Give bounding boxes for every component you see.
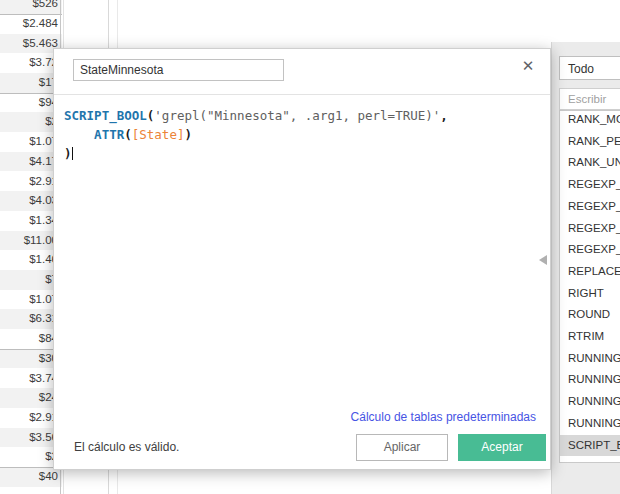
formula-token: [State] (132, 127, 185, 142)
table-cell-value: $94 (0, 93, 58, 113)
table-cell-value: $2.91 (0, 408, 58, 428)
function-list-item[interactable]: RUNNING_MAX (560, 391, 620, 413)
function-list-item[interactable]: RUNNING_COUNT (560, 369, 620, 391)
table-cell-value: $2.484 (0, 14, 58, 34)
formula-token: ( (124, 127, 132, 142)
table-cell-value: $2 (0, 447, 58, 467)
function-search-input[interactable] (559, 88, 620, 110)
function-list-item[interactable]: SCRIPT_BOOL (560, 435, 620, 457)
function-list-item[interactable]: RTRIM (560, 326, 620, 348)
formula-token: , (440, 108, 448, 123)
table-cell-value: $84 (0, 329, 58, 349)
apply-button[interactable]: Aplicar (356, 434, 448, 461)
table-cell-value: $1.07 (0, 290, 58, 310)
tableau-calculation-editor-screen: $526$2.484$5.463$3.72$17$94$2$1.07$4.17$… (0, 0, 620, 494)
text-cursor (72, 147, 73, 160)
accept-button[interactable]: Aceptar (458, 434, 546, 461)
calculation-name-input[interactable] (73, 59, 284, 81)
table-cell-value: $1.46 (0, 250, 58, 270)
function-list-item[interactable]: RUNNING_MIN (560, 413, 620, 435)
table-cell-value: $3.72 (0, 53, 58, 73)
function-list-item[interactable]: REPLACE (560, 261, 620, 283)
function-list[interactable]: RANK_MODIFIEDRANK_PERCENTILERANK_UNIQUER… (559, 110, 620, 463)
table-cell-value: $1.07 (0, 132, 58, 152)
function-category-dropdown[interactable]: Todo (559, 56, 620, 80)
function-list-item[interactable]: RANK_PERCENTILE (560, 131, 620, 153)
collapse-functions-pane-icon[interactable] (539, 255, 547, 265)
function-list-item[interactable]: REGEXP_EXTRACT (560, 174, 620, 196)
formula-token: ) (184, 127, 192, 142)
function-list-item[interactable]: REGEXP_REPLACE (560, 239, 620, 261)
function-list-item[interactable]: REGEXP_EXTRACT_NTH (560, 196, 620, 218)
formula-line: ) (64, 144, 538, 163)
table-cell-value: $2.91 (0, 172, 58, 192)
close-icon[interactable]: ✕ (519, 57, 537, 75)
function-list-item[interactable]: RIGHT (560, 283, 620, 305)
divider (54, 94, 550, 95)
default-table-calculation-link[interactable]: Cálculo de tablas predeterminadas (351, 410, 536, 424)
function-list-item[interactable]: REGEXP_MATCH (560, 218, 620, 240)
function-list-item[interactable]: SCRIPT_INT (560, 456, 620, 463)
formula-line: ATTR([State]) (64, 125, 538, 144)
table-cell-value: $3.74 (0, 369, 58, 389)
formula-editor[interactable]: SCRIPT_BOOL('grepl("Minnesota", .arg1, p… (64, 106, 538, 163)
formula-token (64, 127, 94, 142)
formula-token: ATTR (94, 127, 124, 142)
function-list-item[interactable]: RUNNING_AVG (560, 348, 620, 370)
formula-token: SCRIPT_BOOL (64, 108, 147, 123)
table-cell-value: $1.34 (0, 211, 58, 231)
calculation-editor-dialog: ✕ SCRIPT_BOOL('grepl("Minnesota", .arg1,… (53, 48, 551, 470)
function-list-item[interactable]: RANK_MODIFIED (560, 110, 620, 131)
formula-token: 'grepl("Minnesota", .arg1, perl=TRUE)' (154, 108, 440, 123)
pane-separator (0, 14, 62, 15)
formula-line: SCRIPT_BOOL('grepl("Minnesota", .arg1, p… (64, 106, 538, 125)
function-list-item[interactable]: ROUND (560, 304, 620, 326)
function-list-item[interactable]: RANK_UNIQUE (560, 152, 620, 174)
validation-status-text: El cálculo es válido. (74, 439, 179, 455)
table-cell-value: $526 (0, 0, 62, 14)
formula-token: ) (64, 146, 72, 161)
